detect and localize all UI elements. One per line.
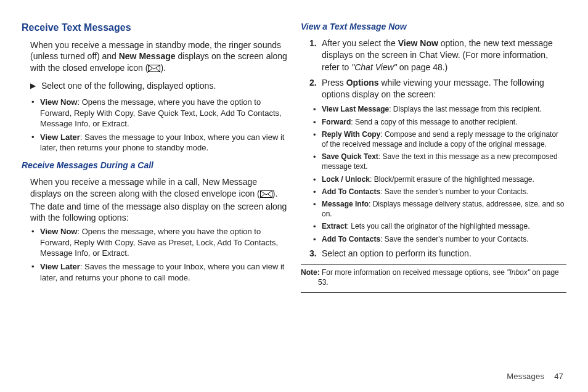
note-block: Note: For more information on received m… xyxy=(301,267,566,287)
note-label: Note: xyxy=(301,268,320,277)
option-label: Forward xyxy=(322,118,351,126)
list-item: Reply With Copy: Compose and send a repl… xyxy=(301,129,566,149)
option-label: View Now xyxy=(40,227,77,236)
footer-section-label: Messages xyxy=(507,372,544,381)
page-footer: Messages47 xyxy=(507,372,563,381)
list-item: Extract: Lets you call the originator of… xyxy=(301,221,566,231)
option-text: : Send a copy of this message to another… xyxy=(351,118,517,126)
right-column: View a Text Message Now 1. After you sel… xyxy=(301,21,566,386)
text: Select an option to perform its function… xyxy=(322,248,472,258)
step-number: 1. xyxy=(309,38,317,49)
step-number: 2. xyxy=(309,77,317,89)
divider xyxy=(301,264,566,265)
list-item: View Later: Saves the message to your In… xyxy=(22,261,287,283)
option-label: Reply With Copy xyxy=(322,130,380,139)
option-label: Add To Contacts xyxy=(322,187,380,196)
page: Receive Text Messages When you receive a… xyxy=(0,0,588,392)
option-text: : Save the sender's number to your Conta… xyxy=(380,235,528,243)
list-item: View Now: Opens the message, where you h… xyxy=(22,226,287,259)
reference-link: "Chat View" xyxy=(351,62,397,72)
list-item: Add To Contacts: Save the sender's numbe… xyxy=(301,234,566,244)
options-list-1: View Now: Opens the message, where you h… xyxy=(22,97,287,153)
list-item: Forward: Send a copy of this message to … xyxy=(301,117,566,127)
option-label: View Later xyxy=(40,262,80,271)
list-item: Lock / Unlock: Block/permit erasure of t… xyxy=(301,174,566,184)
envelope-icon xyxy=(148,63,160,75)
options-list-2: View Now: Opens the message, where you h… xyxy=(22,226,287,283)
numbered-steps: 1. After you select the View Now option,… xyxy=(301,38,566,101)
option-text: : Displays the last message from this re… xyxy=(389,105,541,113)
list-item: View Later: Saves the message to your In… xyxy=(22,132,287,153)
reference-link: "Inbox" xyxy=(507,268,530,277)
option-text: : Block/permit erasure of the highlighte… xyxy=(370,175,534,184)
heading-view-text-now: View a Text Message Now xyxy=(301,21,566,33)
option-label: Add To Contacts xyxy=(322,235,380,243)
option-label: Message Info xyxy=(322,200,369,208)
numbered-steps-continued: 3. Select an option to perform its funct… xyxy=(301,248,566,259)
text: For more information on received message… xyxy=(320,268,507,277)
option-label: View Now xyxy=(40,97,77,107)
left-column: Receive Text Messages When you receive a… xyxy=(22,21,287,386)
view-now-label: View Now xyxy=(398,38,438,48)
text: ). xyxy=(160,63,166,73)
step-2: 2. Press Options while viewing your mess… xyxy=(301,77,566,101)
list-item: Message Info: Displays message delivery … xyxy=(301,199,566,219)
two-column-layout: Receive Text Messages When you receive a… xyxy=(22,21,566,386)
footer-page-number: 47 xyxy=(554,372,563,381)
list-item: Add To Contacts: Save the sender's numbe… xyxy=(301,187,566,197)
option-label: Lock / Unlock xyxy=(322,175,370,184)
list-item: View Now: Opens the message, where you h… xyxy=(22,97,287,129)
options-sublist: View Last Message: Displays the last mes… xyxy=(301,104,566,243)
text: When you receive a message while in a ca… xyxy=(30,177,260,198)
during-call-paragraph: When you receive a message while in a ca… xyxy=(30,176,287,224)
step-3: 3. Select an option to perform its funct… xyxy=(301,248,566,259)
text: After you select the xyxy=(322,38,398,48)
heading-receive-text-messages: Receive Text Messages xyxy=(22,21,287,35)
text: Press xyxy=(322,78,346,88)
select-instruction: ▶ Select one of the following, displayed… xyxy=(30,80,287,92)
option-text: : Lets you call the originator of the hi… xyxy=(347,222,530,231)
option-label: Extract xyxy=(322,222,347,231)
text: Select one of the following, displayed o… xyxy=(41,81,216,91)
option-label: View Later xyxy=(40,133,80,142)
option-text: : Save the sender's number to your Conta… xyxy=(380,187,528,196)
envelope-icon xyxy=(260,189,272,201)
option-label: View Last Message xyxy=(322,105,389,113)
list-item: Save Quick Text: Save the text in this m… xyxy=(301,152,566,171)
option-label: Save Quick Text xyxy=(322,152,378,161)
text: on page 48.) xyxy=(397,62,448,72)
heading-receive-during-call: Receive Messages During a Call xyxy=(22,160,287,171)
pointer-icon: ▶ xyxy=(30,81,36,91)
options-label: Options xyxy=(346,78,379,88)
new-message-label: New Message xyxy=(119,51,176,61)
intro-paragraph: When you receive a message in standby mo… xyxy=(30,39,287,76)
step-1: 1. After you select the View Now option,… xyxy=(301,38,566,73)
step-number: 3. xyxy=(309,248,317,259)
list-item: View Last Message: Displays the last mes… xyxy=(301,104,566,114)
divider xyxy=(301,292,566,293)
